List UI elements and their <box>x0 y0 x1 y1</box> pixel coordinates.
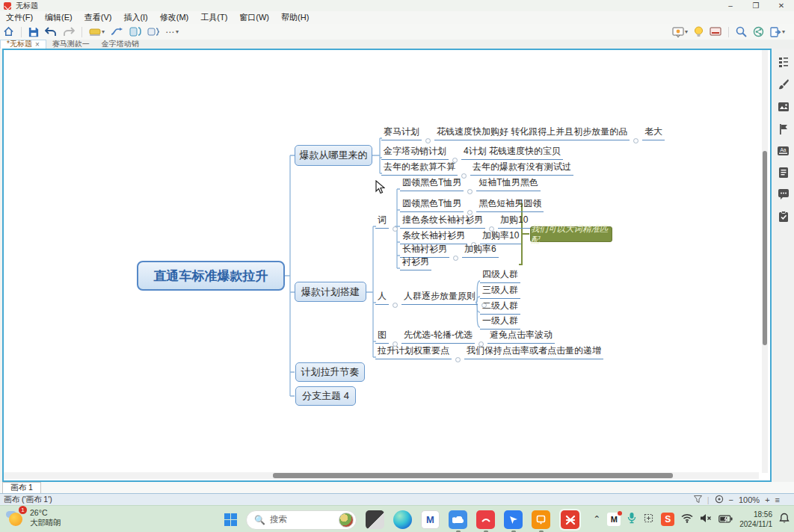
mindmap-canvas[interactable]: 直通车标准爆款拉升 爆款从哪里来的 爆款计划搭建 计划拉升节奏 分支主题 4 赛… <box>2 49 772 482</box>
snip-tool-tray-icon[interactable] <box>643 513 654 527</box>
collapse-handle[interactable] <box>393 303 398 308</box>
node-row[interactable]: 金字塔动销计划 4计划 花钱速度快的宝贝 <box>381 145 563 160</box>
taskbar-search[interactable]: 🔍 搜索 <box>246 510 357 530</box>
node-row[interactable]: 赛马计划 花钱速度快加购好 转化跟得上并且初步放量的品 老大 <box>381 126 665 140</box>
minimize-button[interactable]: – <box>718 0 743 11</box>
red-app-icon[interactable] <box>476 510 495 529</box>
clock-widget[interactable]: 18:56 2024/11/1 <box>739 510 772 529</box>
microphone-tray-icon[interactable] <box>627 512 636 527</box>
weather-widget[interactable]: 1 26°C 大部晴朗 <box>6 508 61 528</box>
zoom-reset-icon[interactable] <box>715 495 724 505</box>
callout-note[interactable]: 我们可以大词精准匹配 <box>530 226 612 242</box>
node-row[interactable]: 去年的老款算不算 去年的爆款有没有测试过 <box>381 161 573 176</box>
sogou-input-tray-icon[interactable]: S <box>661 513 674 526</box>
more-tools-button[interactable]: ⋯ ▾ <box>162 25 182 40</box>
edge-browser-icon[interactable] <box>393 510 412 529</box>
menu-edit[interactable]: 编辑(E) <box>39 12 79 23</box>
root-topic[interactable]: 直通车标准爆款拉升 <box>137 261 285 291</box>
outline-structure-icon[interactable] <box>778 56 790 68</box>
tab-close-icon[interactable]: × <box>35 40 40 49</box>
vertical-scrollbar[interactable] <box>762 50 768 473</box>
zoom-in-button[interactable]: + <box>765 495 769 504</box>
menu-insert[interactable]: 插入(I) <box>117 12 153 23</box>
wifi-tray-icon[interactable] <box>681 513 693 526</box>
export-button[interactable]: ▾ <box>767 25 788 40</box>
branch-subtopic-4[interactable]: 分支主题 4 <box>295 386 356 406</box>
node-row[interactable]: 二级人群 <box>480 300 520 315</box>
task-icon[interactable] <box>778 211 789 223</box>
node-row[interactable]: 三级人群 <box>480 284 520 299</box>
file-explorer-icon[interactable] <box>366 510 384 529</box>
doc-tab-jinzita[interactable]: 金字塔动销 <box>96 40 145 49</box>
menu-tools[interactable]: 工具(T) <box>194 12 233 23</box>
flag-marker-icon[interactable] <box>778 123 790 135</box>
save-button[interactable] <box>25 25 42 40</box>
collapse-handle[interactable] <box>455 357 461 362</box>
share-button[interactable] <box>750 25 767 40</box>
vertical-scrollbar-thumb[interactable] <box>763 151 767 345</box>
collapse-handle[interactable] <box>453 256 458 261</box>
pitch-mode-button[interactable] <box>707 25 724 40</box>
filter-icon[interactable] <box>694 495 702 504</box>
notification-bell-icon[interactable] <box>779 513 790 527</box>
format-brush-icon[interactable] <box>778 78 790 90</box>
image-icon[interactable] <box>778 101 790 113</box>
horizontal-scrollbar-thumb[interactable] <box>273 473 673 478</box>
volume-muted-tray-icon[interactable] <box>700 513 712 526</box>
node-row[interactable]: 撞色条纹长袖衬衫男 加购10 <box>400 214 530 229</box>
lightbulb-button[interactable] <box>691 25 707 40</box>
horizontal-scrollbar[interactable] <box>4 472 759 479</box>
search-highlight-avatar[interactable] <box>339 513 354 528</box>
tray-expand-chevron[interactable]: ⌃ <box>593 514 600 525</box>
summary-button[interactable] <box>126 25 144 40</box>
node-row[interactable]: 条纹长袖衬衫男 加购率10 <box>400 229 521 244</box>
blue-arrow-app-icon[interactable] <box>504 510 523 529</box>
label-icon[interactable]: Aa <box>777 146 790 156</box>
orange-app-icon[interactable] <box>532 510 550 529</box>
branch-where-explosives-come-from[interactable]: 爆款从哪里来的 <box>295 145 372 166</box>
node-people[interactable]: 人 人群逐步放量原则 <box>375 290 490 305</box>
relationship-button[interactable] <box>108 25 126 40</box>
maximize-button[interactable]: ❐ <box>743 0 769 11</box>
menu-modify[interactable]: 修改(M) <box>154 12 195 23</box>
menu-help[interactable]: 帮助(H) <box>275 12 315 23</box>
xmind-app-active[interactable] <box>559 509 581 531</box>
doc-tab-saima[interactable]: 赛马测款一 <box>46 40 96 49</box>
search-button[interactable] <box>733 25 750 40</box>
mindmaster-app-icon[interactable]: M <box>421 510 440 529</box>
node-row[interactable]: 圆领黑色T恤男 短袖T恤男黑色 <box>400 176 541 191</box>
branch-plan-building[interactable]: 爆款计划搭建 <box>295 282 366 302</box>
undo-button[interactable] <box>42 25 60 40</box>
node-row[interactable]: 衬衫男 <box>400 256 431 270</box>
windows-start-button[interactable] <box>224 513 237 526</box>
home-button[interactable] <box>0 25 17 40</box>
boundary-button[interactable] <box>144 25 162 40</box>
close-button[interactable]: ✕ <box>769 0 794 11</box>
branch-plan-rhythm[interactable]: 计划拉升节奏 <box>295 362 365 382</box>
zoom-out-button[interactable]: − <box>729 495 733 504</box>
node-word[interactable]: 词 <box>375 214 401 229</box>
node-picture[interactable]: 图 先优选-轮播-优选 避免点击率波动 <box>375 329 555 344</box>
fit-map-button[interactable]: ≡ <box>775 495 780 504</box>
presentation-button[interactable]: ▾ <box>669 25 691 40</box>
node-row[interactable]: 一级人群 <box>480 315 520 330</box>
sheet-tab-canvas1[interactable]: 画布 1 <box>2 482 41 493</box>
node-row[interactable]: 圆领黑色T恤男 黑色短袖男圆领 <box>400 197 544 212</box>
node-row[interactable]: 四级人群 <box>480 268 520 283</box>
battery-tray-icon[interactable] <box>718 513 733 526</box>
menu-view[interactable]: 查看(V) <box>79 12 118 23</box>
menu-window[interactable]: 窗口(W) <box>233 12 275 23</box>
sheet-style-button[interactable]: ▾ <box>86 25 108 40</box>
collapse-handle[interactable] <box>633 138 638 143</box>
redo-button[interactable] <box>60 25 78 40</box>
collapse-handle[interactable] <box>467 189 473 194</box>
menu-file[interactable]: 文件(F) <box>0 12 39 23</box>
node-weight[interactable]: 拉升计划权重要点 我们保持点击率或者点击量的递增 <box>375 344 603 359</box>
notes-icon[interactable] <box>778 167 789 179</box>
doc-tab-untitled[interactable]: *无标题 × <box>0 40 46 49</box>
comment-icon[interactable] <box>778 189 790 200</box>
collapse-handle[interactable] <box>393 226 398 232</box>
collapse-handle[interactable] <box>425 138 431 143</box>
cloud-app-icon[interactable] <box>449 510 467 529</box>
m-tray-icon[interactable]: M <box>607 513 621 526</box>
